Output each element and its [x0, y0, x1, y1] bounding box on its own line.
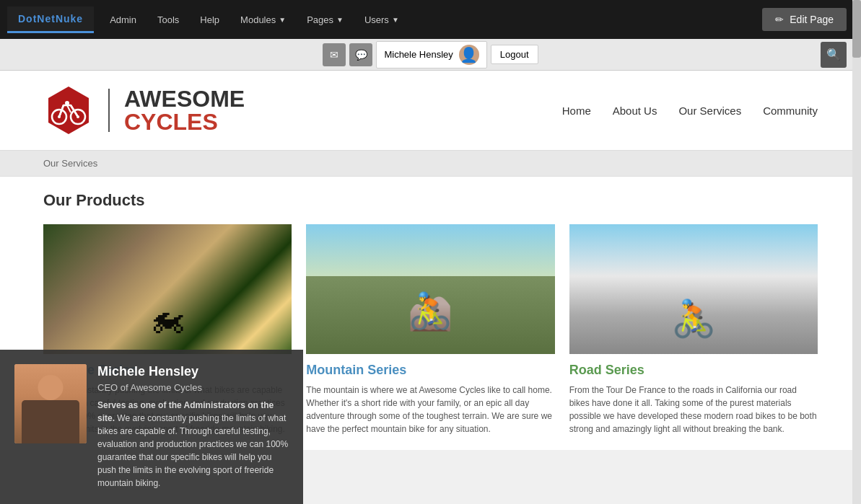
pages-dropdown[interactable]: Pages ▼ [298, 10, 352, 30]
avatar: 👤 [459, 45, 479, 65]
admin-link[interactable]: Admin [101, 10, 145, 30]
nav-our-services[interactable]: Our Services [678, 101, 741, 120]
users-arrow-icon: ▼ [392, 16, 399, 24]
logout-button[interactable]: Logout [491, 45, 538, 64]
mountain-image [306, 224, 554, 354]
message-button[interactable]: ✉ [323, 43, 346, 66]
popup-avatar [14, 364, 87, 443]
dnn-logo: DotNetNuke [7, 6, 94, 33]
user-name-area: Michele Hensley 👤 [376, 41, 486, 68]
chat-icon: 💬 [355, 49, 367, 61]
logo-icon [43, 85, 94, 136]
pages-arrow-icon: ▼ [336, 16, 344, 24]
breadcrumb-text: Our Services [43, 158, 97, 169]
users-dropdown[interactable]: Users ▼ [356, 10, 408, 30]
products-title: Our Products [43, 191, 818, 210]
popup-name: Michele Hensley [97, 364, 289, 379]
user-popup: Michele Hensley CEO of Awesome Cycles Se… [0, 350, 303, 450]
username-label: Michele Hensley [384, 49, 453, 60]
notifications-button[interactable]: 💬 [349, 43, 372, 66]
brand-awesome: AWESOME [124, 87, 245, 110]
site-nav: Home About Us Our Services Community [562, 101, 818, 120]
product-card-road: Road Series From the Tour De France to t… [569, 224, 818, 436]
pencil-icon: ✏ [775, 14, 784, 25]
nav-about-us[interactable]: About Us [613, 101, 657, 120]
help-link[interactable]: Help [191, 10, 228, 30]
mountain-description: The mountain is where we at Awesome Cycl… [306, 384, 554, 436]
search-icon: 🔍 [826, 48, 841, 61]
logo-divider [108, 89, 110, 132]
popup-desc-body: We are constantly pushing the limits of … [97, 413, 288, 450]
logo-name: AWESOME CYCLES [124, 87, 245, 133]
scrollbar[interactable] [852, 0, 861, 450]
popup-description: Serves as one of the Administrators on t… [97, 399, 289, 450]
nav-community[interactable]: Community [763, 101, 818, 120]
modules-dropdown[interactable]: Modules ▼ [232, 10, 294, 30]
road-image [569, 224, 818, 354]
avatar-figure [14, 364, 87, 443]
brand-cycles: CYCLES [124, 110, 245, 133]
search-button[interactable]: 🔍 [821, 42, 847, 68]
tools-link[interactable]: Tools [149, 10, 188, 30]
user-bar-inner: ✉ 💬 Michele Hensley 👤 Logout [323, 41, 538, 68]
road-description: From the Tour De France to the roads in … [569, 384, 818, 436]
site-logo: AWESOME CYCLES [43, 85, 245, 136]
user-bar: ✉ 💬 Michele Hensley 👤 Logout 🔍 [0, 39, 861, 71]
mountain-title: Mountain Series [306, 363, 554, 378]
nav-home[interactable]: Home [562, 101, 591, 120]
breadcrumb: Our Services [0, 151, 861, 177]
product-card-mountain: Mountain Series The mountain is where we… [306, 224, 554, 436]
road-title: Road Series [569, 363, 818, 378]
admin-bar: DotNetNuke Admin Tools Help Modules ▼ Pa… [0, 0, 861, 39]
freeride-image [43, 224, 292, 354]
svg-point-8 [65, 101, 69, 105]
edit-page-button[interactable]: ✏ Edit Page [762, 8, 847, 31]
admin-nav: Admin Tools Help Modules ▼ Pages ▼ Users… [101, 10, 408, 30]
modules-arrow-icon: ▼ [279, 16, 286, 24]
popup-title: CEO of Awesome Cycles [97, 382, 289, 393]
envelope-icon: ✉ [330, 49, 338, 61]
site-header: AWESOME CYCLES Home About Us Our Service… [0, 71, 861, 151]
popup-info: Michele Hensley CEO of Awesome Cycles Se… [97, 364, 289, 450]
scrollbar-thumb[interactable] [852, 0, 861, 58]
dnn-logo-text: DotNetNuke [18, 13, 83, 25]
